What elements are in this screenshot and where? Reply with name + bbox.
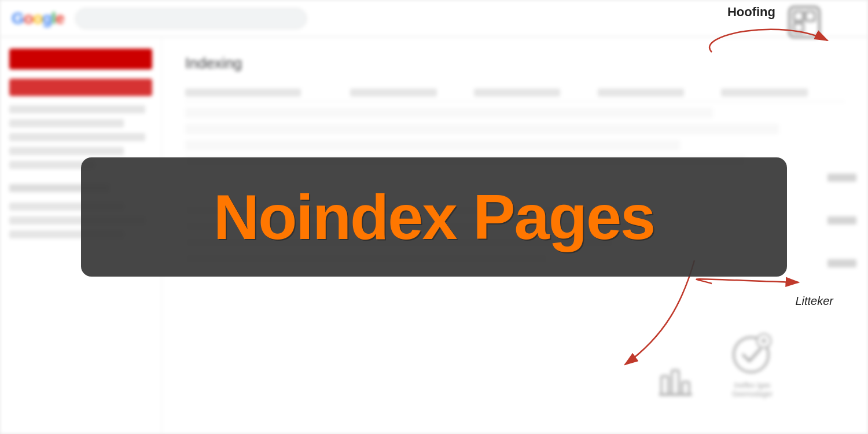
svg-rect-1 [672,370,679,395]
google-logo: Google [12,9,64,28]
status-label-3 [827,259,856,267]
col-header-3 [474,89,561,97]
col-header-2 [350,89,437,97]
svg-rect-10 [806,12,815,21]
noindex-title: Noindex Pages [214,185,655,249]
plugin-icon [787,5,822,39]
chart-icon-container [657,362,694,399]
check-circle-icon [729,330,775,377]
litteker-annotation: Litteker [795,295,833,308]
sidebar-label-1 [9,105,145,113]
status-labels-right [827,174,856,267]
bar-chart-icon [657,362,694,399]
sidebar-red-button [9,49,152,69]
hoofing-annotation: Hoofing [727,5,775,20]
svg-rect-9 [794,12,803,21]
svg-rect-11 [794,23,803,32]
table-header [185,84,845,102]
check-icon-container: Ineffex IgeeGeemodager [729,330,775,399]
table-row-3 [185,140,680,150]
bottom-icons-area: Ineffex IgeeGeemodager [657,330,775,399]
plugin-icon-area [787,5,822,42]
sidebar-label-4 [9,147,124,155]
sidebar-label-2 [9,119,124,127]
sidebar-active-item [9,79,152,96]
col-header-1 [185,89,301,97]
status-label-2 [827,216,856,225]
svg-rect-0 [661,376,668,395]
table-row-1 [185,108,713,118]
check-icon-label: Ineffex IgeeGeemodager [732,381,773,399]
status-label-1 [827,174,856,182]
col-header-4 [598,89,685,97]
sidebar-label-3 [9,133,145,141]
table-row-2 [185,124,779,134]
svg-rect-2 [682,382,689,395]
check-circle-wrapper [729,330,775,377]
col-header-5 [721,89,808,97]
page-heading: Indexing [185,54,845,72]
search-bar [75,8,307,29]
noindex-overlay: Noindex Pages [81,157,787,277]
